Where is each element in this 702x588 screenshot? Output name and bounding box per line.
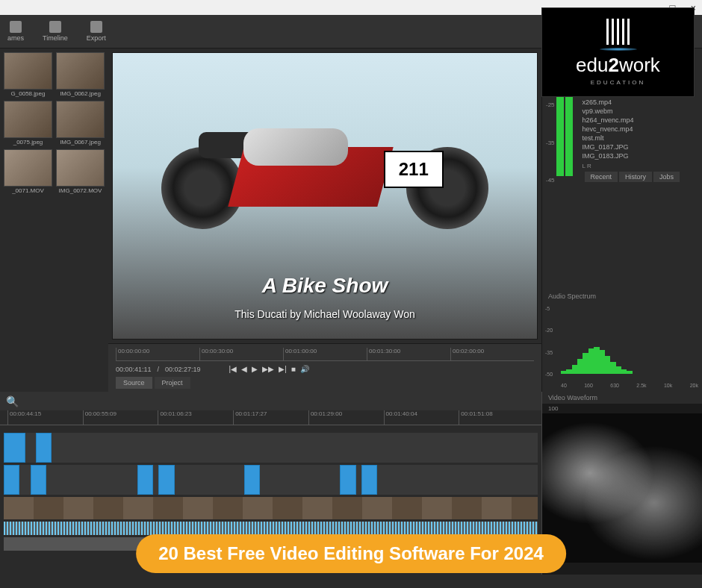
freq-label: 20k <box>690 383 698 388</box>
right-sidebar: Audi -15 -25 -35 -45 export job.mp4 3dlu… <box>541 49 702 392</box>
freq-label: 160 <box>584 383 593 388</box>
video-track-2[interactable] <box>4 433 538 463</box>
toolbar-label: ames <box>7 34 24 42</box>
clip[interactable] <box>4 465 19 495</box>
freq-label: 630 <box>610 383 619 388</box>
toolbar-timeline[interactable]: Timeline <box>43 21 68 42</box>
spec-scale-val: -5 <box>545 306 553 311</box>
stop-button[interactable]: ■ <box>291 365 296 373</box>
thumbnail-label: G_0058.jpeg <box>4 90 52 97</box>
clip[interactable] <box>137 465 153 495</box>
tl-tick: 00:01:29:00 <box>308 410 384 425</box>
tl-tick: 00:01:06:23 <box>158 410 233 425</box>
logo-subtitle: EDUCATION <box>591 79 646 86</box>
tl-tick: 00:00:55:09 <box>83 410 158 425</box>
media-browser: G_0058.jpeg IMG_0062.jpeg _0075.jpeg IMG… <box>0 49 108 392</box>
play-button[interactable]: ▶ <box>252 365 258 373</box>
total-time: 00:02:27:19 <box>165 366 201 373</box>
file-item[interactable]: test.mlt <box>583 134 696 143</box>
preview-panel: 211 A Bike Show This Ducati by Michael W… <box>108 49 541 392</box>
video-waveform-panel: Video Waveform 100 <box>541 392 702 575</box>
file-item[interactable]: IMG_0187.JPG <box>583 143 696 151</box>
timeline-ruler[interactable]: 00:00:44:15 00:00:55:09 00:01:06:23 00:0… <box>0 410 541 425</box>
file-item[interactable]: x265.mp4 <box>583 98 696 107</box>
tl-tick: 00:01:17:27 <box>233 410 308 425</box>
clip[interactable] <box>36 433 52 463</box>
clip[interactable] <box>340 465 355 495</box>
brand-logo-overlay: edu2work EDUCATION <box>541 7 695 97</box>
waveform-scale: 100 <box>542 404 702 413</box>
clip[interactable] <box>31 465 46 495</box>
time-sep: / <box>158 366 160 373</box>
tl-tick: 00:00:44:15 <box>7 410 83 425</box>
clip[interactable] <box>4 433 25 463</box>
toolbar-keyframes[interactable]: ames <box>7 21 24 42</box>
tl-tick: 00:01:51:08 <box>459 410 534 425</box>
thumbnail[interactable] <box>56 149 105 187</box>
video-preview[interactable]: 211 A Bike Show This Ducati by Michael W… <box>112 52 538 340</box>
audio-spectrum: -5 -20 -35 -50 40 160 630 2.5k 10k 20k <box>542 302 702 392</box>
thumbnail-label: IMG_0062.jpeg <box>56 90 105 97</box>
time-tick: 00:00:30:00 <box>199 348 283 360</box>
article-banner: 20 Best Free Video Editing Software For … <box>136 534 566 573</box>
meter-scale-value: -25 <box>546 101 555 108</box>
freq-label: 2.5k <box>636 383 646 388</box>
bike-wheel <box>161 147 243 229</box>
jobs-tab[interactable]: Jobs <box>653 172 680 182</box>
skip-start-button[interactable]: |◀ <box>229 365 237 373</box>
skip-end-button[interactable]: ▶| <box>279 365 287 373</box>
waveform-label: Video Waveform <box>542 392 702 404</box>
time-tick: 00:00:00:00 <box>116 348 199 360</box>
audio-track-1[interactable] <box>4 522 538 535</box>
next-frame-button[interactable]: ▶▶ <box>262 365 274 373</box>
file-item[interactable]: IMG_0183.JPG <box>583 151 696 160</box>
file-item[interactable]: hevc_nvenc.mp4 <box>583 125 696 134</box>
logo-text: edu2work <box>576 54 660 77</box>
file-item[interactable]: h264_nvenc.mp4 <box>583 116 696 125</box>
waveform-display <box>542 413 702 563</box>
thumbnail[interactable] <box>4 52 52 90</box>
source-tab[interactable]: Source <box>116 377 152 389</box>
history-tab[interactable]: History <box>619 172 652 182</box>
spec-scale-val: -50 <box>545 372 553 377</box>
spec-scale-val: -20 <box>545 328 553 333</box>
clip[interactable] <box>244 465 260 495</box>
current-time: 00:00:41:11 <box>116 366 152 373</box>
freq-label: 40 <box>561 383 567 388</box>
freq-label: 10k <box>664 383 672 388</box>
thumbnail-label: _0071.MOV <box>4 187 52 194</box>
thumbnail-label: IMG_0067.jpeg <box>56 139 105 146</box>
transport-ruler[interactable]: 00:00:00:00 00:00:30:00 00:01:00:00 00:0… <box>116 348 534 361</box>
thumbnail[interactable] <box>4 101 52 138</box>
thumbnail-label: IMG_0072.MOV <box>56 187 105 194</box>
file-item[interactable]: vp9.webm <box>583 107 696 116</box>
transport-bar: 00:00:00:00 00:00:30:00 00:01:00:00 00:0… <box>108 343 541 392</box>
project-tab[interactable]: Project <box>155 377 190 389</box>
time-tick: 00:01:00:00 <box>283 348 367 360</box>
zoom-icon[interactable]: 🔍 <box>6 395 19 407</box>
prev-frame-button[interactable]: ◀ <box>241 365 247 373</box>
toolbar-label: Timeline <box>43 34 68 42</box>
thumbnail[interactable] <box>4 149 52 187</box>
meter-scale-value: -35 <box>546 140 555 146</box>
volume-icon[interactable]: 🔊 <box>300 365 309 373</box>
timeline-icon <box>49 21 61 33</box>
keyframes-icon <box>10 21 22 33</box>
video-track-main[interactable] <box>4 497 538 519</box>
preview-content: 211 <box>176 125 473 282</box>
thumbnail[interactable] <box>56 52 105 90</box>
spec-scale-val: -35 <box>545 350 553 355</box>
recent-tab[interactable]: Recent <box>585 172 618 182</box>
toolbar-export[interactable]: Export <box>87 21 106 42</box>
clip[interactable] <box>361 465 377 495</box>
thumbnail-label: _0075.jpeg <box>4 139 52 146</box>
toolbar-label: Export <box>87 34 106 42</box>
time-tick: 00:01:30:00 <box>367 348 450 360</box>
tl-tick: 00:01:40:04 <box>384 410 459 425</box>
clip[interactable] <box>158 465 174 495</box>
export-icon <box>90 21 102 33</box>
race-plate: 211 <box>384 151 444 188</box>
thumbnail[interactable] <box>56 101 105 138</box>
video-track-1[interactable] <box>4 465 538 495</box>
main-area: G_0058.jpeg IMG_0062.jpeg _0075.jpeg IMG… <box>0 49 702 392</box>
